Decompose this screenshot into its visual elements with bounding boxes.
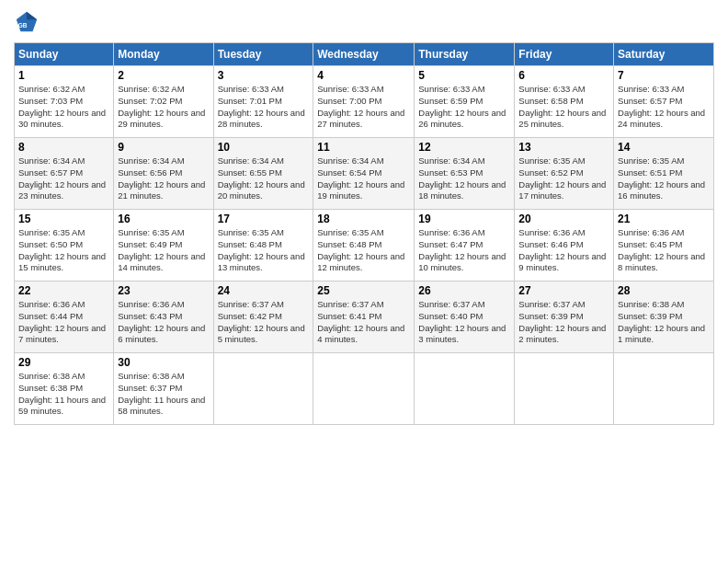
day-info: Sunrise: 6:34 AMSunset: 6:57 PMDaylight:… [18,155,109,202]
col-header-sunday: Sunday [15,43,114,66]
calendar-week-1: 1Sunrise: 6:32 AMSunset: 7:03 PMDaylight… [15,66,714,138]
calendar-cell: 11Sunrise: 6:34 AMSunset: 6:54 PMDayligh… [313,138,415,210]
day-number: 7 [618,69,710,82]
calendar-cell: 24Sunrise: 6:37 AMSunset: 6:42 PMDayligh… [213,282,313,353]
day-info: Sunrise: 6:33 AMSunset: 6:57 PMDaylight:… [618,84,710,131]
header: GB [14,9,714,35]
day-info: Sunrise: 6:35 AMSunset: 6:48 PMDaylight:… [317,227,410,274]
day-number: 14 [618,141,710,154]
day-number: 23 [118,284,209,297]
day-info: Sunrise: 6:35 AMSunset: 6:50 PMDaylight:… [18,227,109,274]
col-header-saturday: Saturday [614,43,714,66]
day-number: 18 [317,213,410,225]
day-number: 11 [317,141,410,154]
day-info: Sunrise: 6:33 AMSunset: 7:00 PMDaylight:… [317,84,410,131]
calendar-cell: 28Sunrise: 6:38 AMSunset: 6:39 PMDayligh… [614,282,714,353]
calendar-cell [213,353,313,425]
day-info: Sunrise: 6:38 AMSunset: 6:39 PMDaylight:… [618,299,710,346]
calendar-cell: 29Sunrise: 6:38 AMSunset: 6:38 PMDayligh… [15,353,114,425]
day-info: Sunrise: 6:36 AMSunset: 6:43 PMDaylight:… [118,299,209,346]
day-number: 19 [418,213,510,225]
calendar-cell: 16Sunrise: 6:35 AMSunset: 6:49 PMDayligh… [114,210,213,282]
day-number: 29 [18,356,109,369]
day-number: 1 [18,69,109,82]
calendar-cell: 10Sunrise: 6:34 AMSunset: 6:55 PMDayligh… [213,138,313,210]
day-number: 5 [418,69,510,82]
day-info: Sunrise: 6:35 AMSunset: 6:51 PMDaylight:… [618,155,710,202]
day-info: Sunrise: 6:34 AMSunset: 6:56 PMDaylight:… [118,155,209,202]
day-number: 26 [418,284,510,297]
calendar-cell: 9Sunrise: 6:34 AMSunset: 6:56 PMDaylight… [114,138,213,210]
day-number: 16 [118,213,209,225]
day-number: 20 [518,213,609,225]
day-number: 12 [418,141,510,154]
col-header-monday: Monday [114,43,213,66]
calendar-cell: 23Sunrise: 6:36 AMSunset: 6:43 PMDayligh… [114,282,213,353]
day-number: 13 [518,141,609,154]
calendar-cell: 4Sunrise: 6:33 AMSunset: 7:00 PMDaylight… [313,66,415,138]
day-number: 8 [18,141,109,154]
calendar-cell: 21Sunrise: 6:36 AMSunset: 6:45 PMDayligh… [614,210,714,282]
calendar-week-5: 29Sunrise: 6:38 AMSunset: 6:38 PMDayligh… [15,353,714,425]
col-header-tuesday: Tuesday [213,43,313,66]
day-number: 24 [218,284,310,297]
calendar-cell: 5Sunrise: 6:33 AMSunset: 6:59 PMDaylight… [415,66,515,138]
calendar-cell: 3Sunrise: 6:33 AMSunset: 7:01 PMDaylight… [213,66,313,138]
page-container: GB SundayMondayTuesdayWednesdayThursdayF… [0,0,728,434]
day-info: Sunrise: 6:36 AMSunset: 6:44 PMDaylight:… [18,299,109,346]
day-info: Sunrise: 6:33 AMSunset: 6:58 PMDaylight:… [518,84,609,131]
day-info: Sunrise: 6:37 AMSunset: 6:40 PMDaylight:… [418,299,510,346]
calendar-cell: 17Sunrise: 6:35 AMSunset: 6:48 PMDayligh… [213,210,313,282]
day-info: Sunrise: 6:38 AMSunset: 6:38 PMDaylight:… [18,371,109,418]
day-number: 27 [518,284,609,297]
calendar-cell [313,353,415,425]
calendar-cell [515,353,614,425]
day-info: Sunrise: 6:33 AMSunset: 7:01 PMDaylight:… [218,84,310,131]
day-number: 28 [618,284,710,297]
day-info: Sunrise: 6:36 AMSunset: 6:45 PMDaylight:… [618,227,710,274]
calendar-header-row: SundayMondayTuesdayWednesdayThursdayFrid… [15,43,714,66]
day-number: 2 [118,69,209,82]
calendar-week-4: 22Sunrise: 6:36 AMSunset: 6:44 PMDayligh… [15,282,714,353]
day-info: Sunrise: 6:32 AMSunset: 7:02 PMDaylight:… [118,84,209,131]
calendar-cell: 1Sunrise: 6:32 AMSunset: 7:03 PMDaylight… [15,66,114,138]
day-number: 3 [218,69,310,82]
day-info: Sunrise: 6:34 AMSunset: 6:54 PMDaylight:… [317,155,410,202]
calendar-cell: 25Sunrise: 6:37 AMSunset: 6:41 PMDayligh… [313,282,415,353]
day-number: 15 [18,213,109,225]
day-number: 9 [118,141,209,154]
calendar-cell: 30Sunrise: 6:38 AMSunset: 6:37 PMDayligh… [114,353,213,425]
logo-icon: GB [14,9,40,35]
day-info: Sunrise: 6:33 AMSunset: 6:59 PMDaylight:… [418,84,510,131]
calendar-cell: 12Sunrise: 6:34 AMSunset: 6:53 PMDayligh… [415,138,515,210]
calendar-cell: 22Sunrise: 6:36 AMSunset: 6:44 PMDayligh… [15,282,114,353]
calendar-cell: 8Sunrise: 6:34 AMSunset: 6:57 PMDaylight… [15,138,114,210]
calendar-week-2: 8Sunrise: 6:34 AMSunset: 6:57 PMDaylight… [15,138,714,210]
day-info: Sunrise: 6:37 AMSunset: 6:42 PMDaylight:… [218,299,310,346]
day-number: 30 [118,356,209,369]
calendar-cell: 14Sunrise: 6:35 AMSunset: 6:51 PMDayligh… [614,138,714,210]
col-header-wednesday: Wednesday [313,43,415,66]
calendar-cell [614,353,714,425]
logo: GB [14,9,43,35]
day-info: Sunrise: 6:36 AMSunset: 6:47 PMDaylight:… [418,227,510,274]
day-info: Sunrise: 6:35 AMSunset: 6:48 PMDaylight:… [218,227,310,274]
day-number: 6 [518,69,609,82]
calendar-cell [415,353,515,425]
day-number: 21 [618,213,710,225]
day-info: Sunrise: 6:35 AMSunset: 6:52 PMDaylight:… [518,155,609,202]
day-info: Sunrise: 6:34 AMSunset: 6:53 PMDaylight:… [418,155,510,202]
day-number: 10 [218,141,310,154]
calendar-cell: 27Sunrise: 6:37 AMSunset: 6:39 PMDayligh… [515,282,614,353]
day-info: Sunrise: 6:34 AMSunset: 6:55 PMDaylight:… [218,155,310,202]
day-number: 4 [317,69,410,82]
calendar-cell: 7Sunrise: 6:33 AMSunset: 6:57 PMDaylight… [614,66,714,138]
calendar-cell: 26Sunrise: 6:37 AMSunset: 6:40 PMDayligh… [415,282,515,353]
calendar-cell: 2Sunrise: 6:32 AMSunset: 7:02 PMDaylight… [114,66,213,138]
calendar-cell: 13Sunrise: 6:35 AMSunset: 6:52 PMDayligh… [515,138,614,210]
calendar-table: SundayMondayTuesdayWednesdayThursdayFrid… [14,42,714,425]
col-header-thursday: Thursday [415,43,515,66]
day-number: 17 [218,213,310,225]
day-info: Sunrise: 6:36 AMSunset: 6:46 PMDaylight:… [518,227,609,274]
calendar-cell: 6Sunrise: 6:33 AMSunset: 6:58 PMDaylight… [515,66,614,138]
